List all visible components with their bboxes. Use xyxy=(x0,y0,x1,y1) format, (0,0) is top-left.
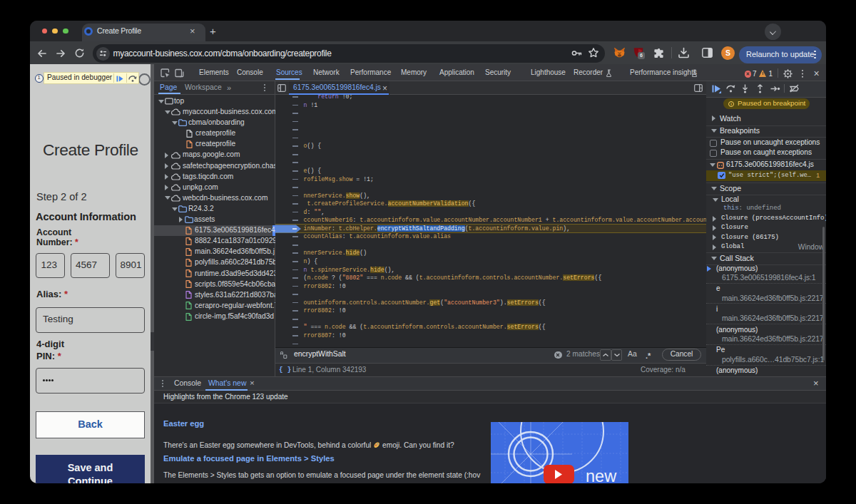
svg-text:new: new xyxy=(586,467,617,483)
